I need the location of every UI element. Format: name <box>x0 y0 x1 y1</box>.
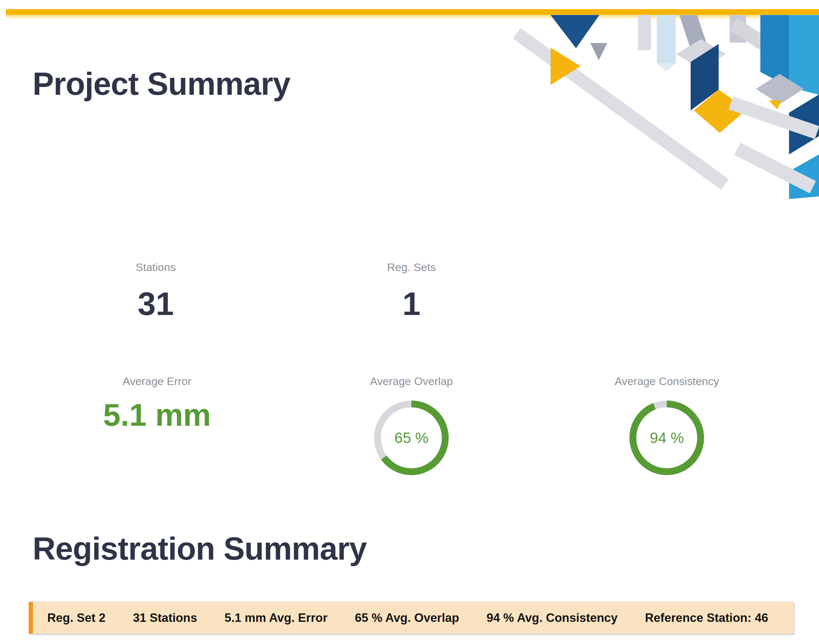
reg-set-avg-error: 5.1 mm Avg. Error <box>224 611 327 625</box>
stat-average-error: Average Error 5.1 mm <box>103 375 211 433</box>
average-consistency-donut: 94 % <box>628 399 706 477</box>
deco-isometric-graphic <box>502 15 819 200</box>
reg-set-reference-station: Reference Station: 46 <box>645 611 768 625</box>
stat-reg-sets: Reg. Sets 1 <box>387 261 436 322</box>
reg-set-name: Reg. Set 2 <box>47 611 106 625</box>
registration-summary-title: Registration Summary <box>32 531 367 567</box>
reg-set-stations: 31 Stations <box>133 611 197 625</box>
average-overlap-label: Average Overlap <box>370 375 453 388</box>
stat-stations-label: Stations <box>136 261 176 274</box>
average-consistency-value: 94 % <box>628 429 706 446</box>
top-accent-bar <box>6 9 819 15</box>
deco-gray-triangle <box>590 43 607 60</box>
average-error-label: Average Error <box>103 375 211 388</box>
stat-average-consistency: Average Consistency 94 % <box>615 375 719 477</box>
stat-reg-sets-label: Reg. Sets <box>387 261 436 274</box>
project-summary-title: Project Summary <box>32 66 290 102</box>
deco-cyan-column <box>760 15 789 87</box>
reg-set-avg-consistency: 94 % Avg. Consistency <box>486 611 617 625</box>
stat-stations-value: 31 <box>136 285 176 322</box>
reg-set-avg-overlap: 65 % Avg. Overlap <box>355 611 459 625</box>
registration-set-row: Reg. Set 2 31 Stations 5.1 mm Avg. Error… <box>29 602 794 633</box>
average-consistency-label: Average Consistency <box>615 375 719 388</box>
stat-stations: Stations 31 <box>136 261 176 322</box>
stat-average-overlap: Average Overlap 65 % <box>370 375 453 477</box>
stat-reg-sets-value: 1 <box>387 285 436 322</box>
deco-yellow-wedge <box>769 100 781 109</box>
average-error-value: 5.1 mm <box>103 397 211 433</box>
average-overlap-donut: 65 % <box>373 399 451 477</box>
average-overlap-value: 65 % <box>373 429 451 446</box>
